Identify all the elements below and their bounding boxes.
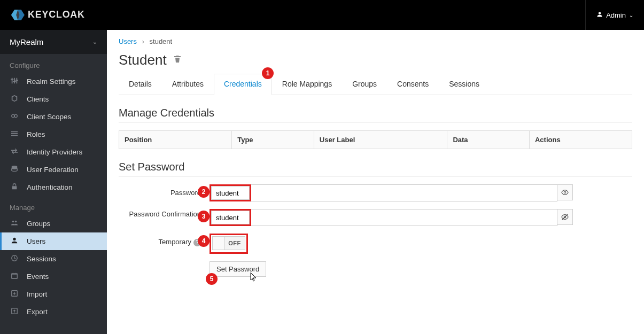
sidebar-item-label: Import bbox=[27, 290, 47, 298]
lock-icon bbox=[10, 183, 19, 192]
password-confirm-input[interactable] bbox=[211, 211, 250, 224]
tab-groups[interactable]: Groups bbox=[342, 74, 387, 95]
tab-attributes[interactable]: Attributes bbox=[162, 74, 214, 95]
trash-icon[interactable] bbox=[173, 55, 182, 66]
exchange-icon bbox=[10, 147, 19, 157]
svg-point-18 bbox=[13, 238, 15, 240]
col-data: Data bbox=[447, 131, 530, 149]
callout-1: 1 bbox=[262, 67, 274, 79]
toggle-label: OFF bbox=[224, 237, 245, 250]
set-password-title: Set Password bbox=[119, 161, 632, 173]
sidebar-item-label: Users bbox=[27, 237, 45, 245]
section-configure-label: Configure bbox=[0, 54, 107, 73]
app-header: KEYCLOAK Admin ⌄ bbox=[0, 0, 644, 30]
manage-credentials-title: Manage Credentials bbox=[119, 107, 632, 119]
breadcrumb-separator: › bbox=[142, 37, 144, 45]
temporary-label: Temporary? bbox=[119, 234, 210, 246]
svg-point-17 bbox=[15, 221, 17, 223]
svg-rect-15 bbox=[12, 186, 17, 189]
tabs: Details Attributes Credentials Role Mapp… bbox=[119, 74, 632, 95]
sidebar-item-client-scopes[interactable]: Client Scopes bbox=[0, 108, 107, 126]
breadcrumb: Users › student bbox=[119, 37, 632, 45]
svg-point-10 bbox=[14, 114, 17, 117]
brand-logo: KEYCLOAK bbox=[11, 7, 96, 23]
svg-rect-6 bbox=[11, 79, 13, 80]
sidebar-item-groups[interactable]: Groups bbox=[0, 215, 107, 232]
sidebar-item-users[interactable]: Users bbox=[0, 232, 107, 250]
sidebar: MyRealm ⌄ Configure Realm Settings Clien… bbox=[0, 30, 107, 334]
password-input-extension[interactable] bbox=[251, 184, 557, 201]
svg-rect-3 bbox=[12, 78, 13, 84]
svg-point-23 bbox=[564, 191, 566, 193]
tab-consents[interactable]: Consents bbox=[387, 74, 439, 95]
svg-rect-8 bbox=[15, 80, 18, 81]
page-title: Student bbox=[119, 52, 632, 68]
temporary-toggle[interactable]: OFF bbox=[212, 236, 245, 250]
sidebar-item-label: Events bbox=[27, 273, 49, 281]
user-icon bbox=[596, 11, 603, 19]
user-menu[interactable]: Admin ⌄ bbox=[585, 0, 633, 30]
clock-icon bbox=[10, 254, 19, 263]
chevron-down-icon: ⌄ bbox=[92, 38, 97, 45]
set-password-button[interactable]: Set Password bbox=[210, 261, 266, 277]
sidebar-item-import[interactable]: Import bbox=[0, 285, 107, 303]
callout-5: 5 bbox=[206, 273, 218, 285]
eye-icon[interactable] bbox=[557, 184, 573, 200]
sidebar-item-authentication[interactable]: Authentication bbox=[0, 178, 107, 196]
sidebar-item-label: Identity Providers bbox=[27, 148, 82, 156]
scope-icon bbox=[10, 112, 19, 121]
sidebar-item-roles[interactable]: Roles bbox=[0, 126, 107, 143]
sidebar-item-label: Export bbox=[27, 308, 48, 316]
realm-selector[interactable]: MyRealm ⌄ bbox=[0, 30, 107, 54]
sidebar-item-realm-settings[interactable]: Realm Settings bbox=[0, 73, 107, 90]
sidebar-item-export[interactable]: Export bbox=[0, 303, 107, 321]
brand-text: KEYCLOAK bbox=[28, 9, 85, 20]
sidebar-item-label: Groups bbox=[27, 220, 50, 228]
section-manage-label: Manage bbox=[0, 196, 107, 215]
sidebar-item-identity-providers[interactable]: Identity Providers bbox=[0, 143, 107, 161]
tab-details[interactable]: Details bbox=[119, 74, 162, 95]
svg-rect-7 bbox=[13, 81, 15, 82]
eye-slash-icon[interactable] bbox=[557, 209, 573, 225]
users-icon bbox=[10, 219, 19, 228]
keycloak-logo-icon: KEYCLOAK bbox=[11, 7, 96, 23]
divider bbox=[119, 176, 632, 177]
svg-point-9 bbox=[12, 114, 14, 117]
sidebar-item-clients[interactable]: Clients bbox=[0, 90, 107, 108]
sidebar-item-label: User Federation bbox=[27, 166, 79, 174]
toggle-knob bbox=[213, 237, 224, 250]
cursor-icon bbox=[250, 272, 258, 284]
divider bbox=[119, 122, 632, 123]
svg-point-16 bbox=[12, 221, 14, 223]
svg-rect-11 bbox=[11, 131, 18, 133]
user-label: Admin bbox=[606, 11, 626, 19]
col-user-label: User Label bbox=[314, 131, 447, 149]
cube-icon bbox=[10, 95, 19, 104]
tab-sessions[interactable]: Sessions bbox=[439, 74, 490, 95]
sidebar-item-user-federation[interactable]: User Federation bbox=[0, 161, 107, 178]
sidebar-item-events[interactable]: Events bbox=[0, 268, 107, 285]
breadcrumb-current: student bbox=[150, 37, 173, 45]
sidebar-item-label: Realm Settings bbox=[27, 77, 76, 86]
list-icon bbox=[10, 130, 19, 139]
sliders-icon bbox=[10, 77, 19, 86]
password-input[interactable] bbox=[211, 186, 250, 200]
chevron-down-icon: ⌄ bbox=[629, 12, 633, 18]
import-icon bbox=[10, 290, 19, 299]
database-icon bbox=[10, 165, 19, 174]
calendar-icon bbox=[10, 272, 19, 281]
page-title-text: Student bbox=[119, 52, 167, 68]
svg-rect-12 bbox=[11, 133, 18, 134]
realm-name: MyRealm bbox=[10, 37, 43, 46]
main-content: Users › student Student Details Attribut… bbox=[107, 30, 644, 334]
svg-rect-13 bbox=[11, 135, 18, 136]
callout-2: 2 bbox=[198, 186, 210, 198]
tab-role-mappings[interactable]: Role Mappings bbox=[272, 74, 342, 95]
breadcrumb-parent[interactable]: Users bbox=[119, 37, 137, 45]
sidebar-item-label: Authentication bbox=[27, 183, 73, 191]
col-position: Position bbox=[119, 131, 232, 149]
sidebar-item-sessions[interactable]: Sessions bbox=[0, 250, 107, 268]
password-label: Password bbox=[119, 184, 210, 197]
password-confirm-input-extension[interactable] bbox=[251, 209, 557, 226]
sidebar-item-label: Client Scopes bbox=[27, 113, 71, 121]
